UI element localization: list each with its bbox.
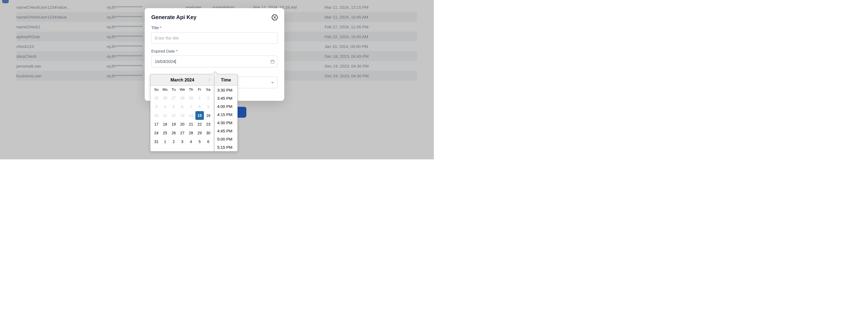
- modal-title: Generate Api Key: [151, 14, 196, 21]
- time-option[interactable]: 4:30 PM: [215, 119, 237, 127]
- calendar-day[interactable]: 3: [178, 137, 187, 146]
- calendar-month-label: March 2024: [170, 77, 194, 83]
- table-cell: Dec 19, 2023, 04:30 PM: [324, 71, 417, 81]
- svg-rect-0: [271, 60, 274, 63]
- expired-date-label: Expired Date *: [151, 49, 278, 54]
- table-cell: Mar 11, 2024, 12:15 PM: [324, 2, 417, 12]
- app-icon: [2, 0, 9, 3]
- title-field-group: Title *: [151, 25, 278, 44]
- calendar-day: 25: [152, 94, 161, 102]
- table-cell: Dec 19, 2023, 04:30 PM: [324, 61, 417, 71]
- calendar-day[interactable]: 31: [152, 137, 161, 146]
- calendar-dow: Th: [187, 88, 195, 92]
- calendar-icon[interactable]: [270, 59, 275, 64]
- time-option[interactable]: 4:45 PM: [215, 127, 237, 135]
- calendar-day[interactable]: 20: [178, 120, 187, 129]
- sidebar: [0, 0, 8, 159]
- calendar-day[interactable]: 28: [187, 129, 195, 137]
- calendar-day: 10: [152, 111, 161, 120]
- calendar-day[interactable]: 29: [195, 129, 204, 137]
- calendar-day[interactable]: 17: [152, 120, 161, 129]
- table-cell: nameCheck1: [17, 22, 107, 32]
- calendar-dow: Fr: [195, 88, 204, 92]
- calendar-day[interactable]: 18: [161, 120, 169, 129]
- calendar-panel: March 2024 SuMoTuWeThFrSa 25262728291234…: [150, 74, 215, 152]
- calendar-day: 2: [204, 94, 213, 102]
- expired-date-input[interactable]: 15/03/2024: [151, 56, 278, 67]
- calendar-dow: Mo: [161, 88, 169, 92]
- close-icon[interactable]: [272, 14, 278, 21]
- table-cell: Mar 11, 2024, 10:45 AM: [324, 12, 417, 22]
- calendar-day[interactable]: 15: [195, 111, 204, 120]
- time-option[interactable]: 5:00 PM: [215, 135, 237, 143]
- table-cell: Feb 22, 2024, 10:45 AM: [324, 32, 417, 41]
- table-cell: businessLoan: [17, 71, 107, 81]
- calendar-day[interactable]: 16: [204, 111, 213, 120]
- calendar-day[interactable]: 2: [169, 137, 178, 146]
- calendar-day: 3: [152, 102, 161, 111]
- calendar-day[interactable]: 6: [204, 137, 213, 146]
- table-cell: Dec 18, 2023, 04:45 PM: [324, 51, 417, 61]
- calendar-day[interactable]: 19: [169, 120, 178, 129]
- time-option[interactable]: 5:15 PM: [215, 143, 237, 151]
- expired-date-field-group: Expired Date * 15/03/2024: [151, 49, 278, 67]
- calendar-day[interactable]: 22: [195, 120, 204, 129]
- calendar-day: 14: [187, 111, 195, 120]
- calendar-day[interactable]: 30: [204, 129, 213, 137]
- calendar-day: 8: [195, 102, 204, 111]
- table-cell: check123: [17, 41, 107, 51]
- time-panel: Time 3:30 PM3:45 PM4:00 PM4:15 PM4:30 PM…: [215, 74, 238, 152]
- calendar-dow-row: SuMoTuWeThFrSa: [150, 86, 214, 93]
- calendar-day[interactable]: 4: [187, 137, 195, 146]
- calendar-day[interactable]: 5: [195, 137, 204, 146]
- calendar-day: 7: [187, 102, 195, 111]
- calendar-next-icon[interactable]: [207, 77, 212, 83]
- calendar-day[interactable]: 24: [152, 129, 161, 137]
- title-input[interactable]: [151, 32, 278, 44]
- title-label: Title *: [151, 25, 278, 30]
- calendar-day: 4: [161, 102, 169, 111]
- table-cell: apikeyROute: [17, 32, 107, 41]
- date-time-picker: March 2024 SuMoTuWeThFrSa 25262728291234…: [150, 74, 238, 152]
- calendar-day: 9: [204, 102, 213, 111]
- calendar-grid: 2526272829123456789101112131415161718192…: [150, 93, 214, 149]
- table-cell: slaryCheck: [17, 51, 107, 61]
- calendar-day: 29: [187, 94, 195, 102]
- calendar-dow: Tu: [169, 88, 178, 92]
- table-cell: Jan 10, 2024, 05:00 PM: [324, 41, 417, 51]
- calendar-day: 11: [161, 111, 169, 120]
- calendar-day: 6: [178, 102, 187, 111]
- calendar-day: 26: [161, 94, 169, 102]
- calendar-day: 27: [169, 94, 178, 102]
- calendar-dow: Sa: [204, 88, 213, 92]
- calendar-day[interactable]: 21: [187, 120, 195, 129]
- table-cell: nameCHeckUser1234Value: [17, 12, 107, 22]
- calendar-day: 5: [169, 102, 178, 111]
- time-option[interactable]: 3:30 PM: [215, 86, 237, 94]
- calendar-day[interactable]: 25: [161, 129, 169, 137]
- table-cell: Feb 27, 2024, 11:45 PM: [324, 22, 417, 32]
- calendar-day: 13: [178, 111, 187, 120]
- time-option[interactable]: 4:15 PM: [215, 110, 237, 119]
- time-option[interactable]: 4:00 PM: [215, 102, 237, 110]
- chevron-down-icon[interactable]: [270, 80, 275, 85]
- calendar-dow: Su: [152, 88, 161, 92]
- calendar-day: 12: [169, 111, 178, 120]
- time-option[interactable]: 3:45 PM: [215, 94, 237, 102]
- time-list[interactable]: 3:30 PM3:45 PM4:00 PM4:15 PM4:30 PM4:45 …: [215, 86, 237, 151]
- calendar-day: 1: [195, 94, 204, 102]
- calendar-day: 28: [178, 94, 187, 102]
- calendar-day[interactable]: 26: [169, 129, 178, 137]
- table-cell: nameCHeckUser1234Value…: [17, 2, 107, 12]
- calendar-dow: We: [178, 88, 187, 92]
- calendar-day[interactable]: 23: [204, 120, 213, 129]
- time-header: Time: [215, 74, 237, 86]
- calendar-day[interactable]: 27: [178, 129, 187, 137]
- calendar-day[interactable]: 1: [161, 137, 169, 146]
- calendar-header: March 2024: [150, 74, 214, 86]
- table-cell: personalLoan: [17, 61, 107, 71]
